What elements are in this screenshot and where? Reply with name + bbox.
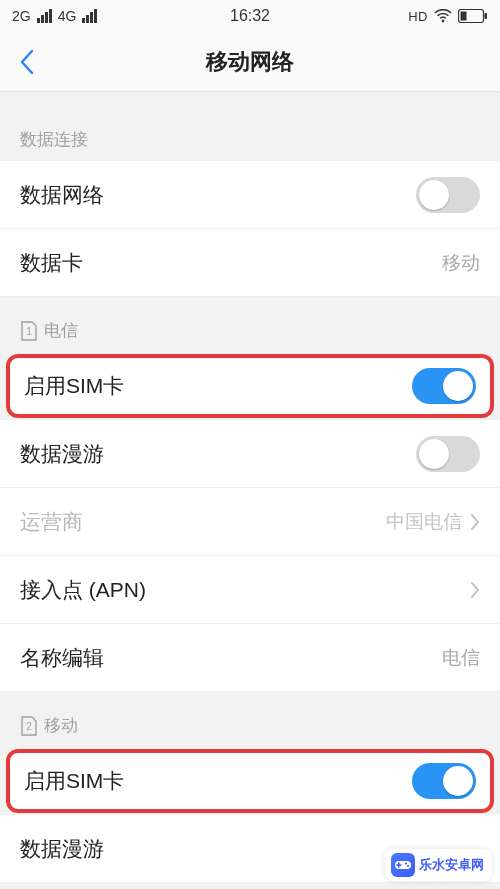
chevron-right-icon [470,581,480,599]
row-data-card[interactable]: 数据卡 移动 [0,229,500,297]
row-label: 接入点 (APN) [20,576,146,604]
sim-card-icon: 2 [20,715,38,737]
row-label: 启用SIM卡 [24,372,124,400]
section-header-sim2: 2 移动 [0,692,500,747]
toggle-enable-sim1[interactable] [412,368,476,404]
row-data-roaming-1[interactable]: 数据漫游 [0,420,500,488]
row-name-edit[interactable]: 名称编辑 电信 [0,624,500,692]
status-right: HD [408,9,488,24]
row-label: 数据漫游 [20,835,104,863]
page-title: 移动网络 [206,47,294,77]
wifi-icon [434,9,452,23]
row-label: 数据网络 [20,181,104,209]
gamepad-icon [391,853,415,877]
row-label: 数据卡 [20,249,83,277]
status-time: 16:32 [230,7,270,25]
svg-point-0 [442,20,445,23]
row-data-network[interactable]: 数据网络 [0,161,500,229]
row-enable-sim1[interactable]: 启用SIM卡 [6,354,494,418]
svg-text:1: 1 [26,326,32,337]
row-value: 移动 [442,250,480,276]
watermark: 乐水安卓网 [385,849,492,881]
status-bar: 2G 4G 16:32 HD [0,0,500,32]
row-value: 电信 [442,645,480,671]
row-label: 运营商 [20,508,83,536]
svg-rect-2 [485,13,488,19]
section-header-label: 移动 [44,714,78,737]
row-carrier[interactable]: 运营商 中国电信 [0,488,500,556]
row-label: 启用SIM卡 [24,767,124,795]
signal-bars-icon [82,9,97,23]
svg-point-7 [405,862,407,864]
row-label: 数据漫游 [20,440,104,468]
chevron-right-icon [470,513,480,531]
toggle-data-roaming-1[interactable] [416,436,480,472]
section-header-data-connection: 数据连接 [0,92,500,161]
status-left: 2G 4G [12,8,97,24]
signal-bars-icon [37,9,52,23]
battery-icon [458,9,488,23]
network-type-1: 2G [12,8,31,24]
watermark-text: 乐水安卓网 [419,856,484,874]
section-header-label: 电信 [44,319,78,342]
chevron-left-icon [19,49,35,75]
network-type-2: 4G [58,8,77,24]
toggle-data-network[interactable] [416,177,480,213]
row-value: 中国电信 [386,509,462,535]
row-enable-sim2[interactable]: 启用SIM卡 [6,749,494,813]
sim-card-icon: 1 [20,320,38,342]
svg-text:2: 2 [26,721,32,732]
back-button[interactable] [10,45,44,79]
svg-point-8 [407,865,409,867]
section-header-sim1: 1 电信 [0,297,500,352]
svg-rect-3 [461,12,467,21]
svg-rect-10 [396,864,401,866]
hd-indicator: HD [408,9,428,24]
row-apn[interactable]: 接入点 (APN) [0,556,500,624]
toggle-enable-sim2[interactable] [412,763,476,799]
row-label: 名称编辑 [20,644,104,672]
nav-header: 移动网络 [0,32,500,92]
section-header-label: 数据连接 [20,128,88,151]
